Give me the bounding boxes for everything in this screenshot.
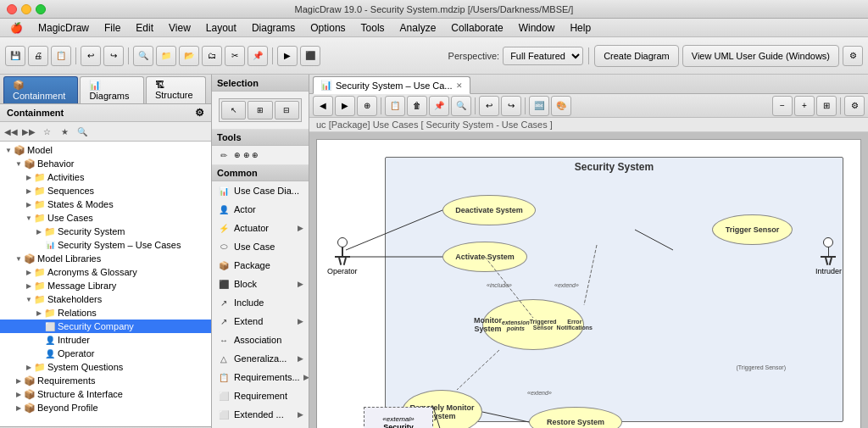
tab-structure[interactable]: 🏗 Structure xyxy=(146,76,206,103)
toolbar-btn-5[interactable]: 📁 xyxy=(156,46,176,66)
perspective-select[interactable]: Full Featured xyxy=(503,47,583,65)
usecase-activate[interactable]: Activate System xyxy=(442,242,527,272)
create-diagram-button[interactable]: Create Diagram xyxy=(594,45,679,67)
tree-item-message-library[interactable]: ▶ 📁 Message Library xyxy=(0,279,211,292)
toolbar-btn-3[interactable]: 📋 xyxy=(51,46,71,66)
tree-item-activities[interactable]: ▶ 📁 Activities xyxy=(0,170,211,184)
menu-tools[interactable]: Tools xyxy=(354,20,392,36)
tools-item-actuator[interactable]: ⚡ Actuator ▶ xyxy=(212,219,309,237)
tools-item-requirement[interactable]: ⬜ Requirement xyxy=(212,386,309,405)
toolbar-btn-8[interactable]: ✂ xyxy=(225,46,245,66)
toolbar-btn-6[interactable]: 📂 xyxy=(179,46,199,66)
diag-tb-btn-5[interactable]: 🗑 xyxy=(407,96,427,116)
tree-item-relations[interactable]: ▶ 📁 Relations xyxy=(0,306,211,320)
menu-analyze[interactable]: Analyze xyxy=(393,20,443,36)
menu-layout[interactable]: Layout xyxy=(199,20,243,36)
panel-toolbar-new[interactable]: ☆ xyxy=(39,124,54,139)
panel-settings-icon[interactable]: ⚙ xyxy=(195,107,204,119)
tree-item-stakeholders[interactable]: ▼ 📁 Stakeholders xyxy=(0,292,211,306)
diag-tb-btn-2[interactable]: ▶ xyxy=(335,96,355,116)
close-button[interactable] xyxy=(7,4,17,14)
panel-toolbar-expand[interactable]: ▶▶ xyxy=(21,124,36,139)
toolbar-btn-10[interactable]: ▶ xyxy=(277,46,298,66)
tools-item-package[interactable]: 📦 Package xyxy=(212,256,309,275)
menu-help[interactable]: Help xyxy=(563,20,598,36)
tools-item-extend[interactable]: ↗ Extend ▶ xyxy=(212,312,309,331)
minimize-button[interactable] xyxy=(21,4,31,14)
view-guide-button[interactable]: View UML User Guide (Windows) xyxy=(682,45,839,67)
toolbar-btn-11[interactable]: ⬛ xyxy=(300,46,320,66)
tree-item-beyond[interactable]: ▶ 📦 Beyond Profile xyxy=(0,401,211,414)
toolbar-right-btn[interactable]: ⚙ xyxy=(843,46,863,66)
usecase-trigger[interactable]: Trigger Sensor xyxy=(712,214,793,245)
tree-item-usecases[interactable]: ▼ 📁 Use Cases xyxy=(0,211,211,225)
tree-item-security-company[interactable]: ⬜ Security Company xyxy=(0,320,211,333)
tree-item-model-libraries[interactable]: ▼ 📦 Model Libraries xyxy=(0,252,211,265)
tools-item-requirements[interactable]: 📋 Requirements... ▶ xyxy=(212,368,309,386)
diagram-tab-close[interactable]: ✕ xyxy=(456,81,463,90)
tools-item-use-case-dia[interactable]: 📊 Use Case Dia... xyxy=(212,181,309,200)
diag-tb-btn-fit[interactable]: ⊞ xyxy=(816,96,837,116)
diag-tb-btn-9[interactable]: ↪ xyxy=(501,96,521,116)
tab-diagrams[interactable]: 📊 Diagrams xyxy=(80,76,144,103)
tools-item-block[interactable]: ⬛ Block ▶ xyxy=(212,275,309,293)
panel-toolbar-search[interactable]: 🔍 xyxy=(75,124,90,139)
select-btn-3[interactable]: ⊟ xyxy=(275,101,299,120)
tools-item-association[interactable]: ↔ Association xyxy=(212,331,309,349)
usecase-deactivate[interactable]: Deactivate System xyxy=(442,195,536,225)
menu-apple[interactable]: 🍎 xyxy=(3,20,30,36)
menu-view[interactable]: View xyxy=(162,20,198,36)
toolbar-btn-1[interactable]: 💾 xyxy=(5,46,25,66)
menu-file[interactable]: File xyxy=(97,20,127,36)
tools-item-generalization[interactable]: △ Generaliza... ▶ xyxy=(212,349,309,368)
menu-collaborate[interactable]: Collaborate xyxy=(444,20,509,36)
tools-item-satisfy[interactable]: → Satisfy xyxy=(212,424,309,428)
toolbar-btn-4[interactable]: 🔍 xyxy=(133,46,153,66)
tree-item-structure[interactable]: ▶ 📦 Structure & Interface xyxy=(0,387,211,401)
select-btn-2[interactable]: ⊞ xyxy=(248,101,272,120)
traffic-lights[interactable] xyxy=(7,4,46,14)
tree-item-intruder[interactable]: 👤 Intruder xyxy=(0,333,211,347)
tree-item-sequences[interactable]: ▶ 📁 Sequences xyxy=(0,184,211,197)
diag-tb-btn-8[interactable]: ↩ xyxy=(479,96,499,116)
tab-containment[interactable]: 📦 Containment xyxy=(3,76,78,103)
diag-tb-btn-11[interactable]: 🎨 xyxy=(551,96,571,116)
toolbar-btn-2[interactable]: 🖨 xyxy=(28,46,48,66)
diag-tb-btn-props[interactable]: ⚙ xyxy=(844,96,865,116)
diag-tb-btn-1[interactable]: ◀ xyxy=(313,96,333,116)
tree-item-requirements[interactable]: ▶ 📦 Requirements xyxy=(0,374,211,387)
tools-item-include[interactable]: ↗ Include xyxy=(212,293,309,312)
menu-diagrams[interactable]: Diagrams xyxy=(245,20,302,36)
diag-tb-btn-zoom-in[interactable]: + xyxy=(794,96,815,116)
diag-tb-btn-3[interactable]: ⊕ xyxy=(357,96,377,116)
tools-item-use-case[interactable]: ⬭ Use Case xyxy=(212,237,309,256)
tree-item-system-questions[interactable]: ▶ 📁 System Questions xyxy=(0,360,211,374)
tools-item-tool1[interactable]: ✏ ⊕ ⊕ ⊕ xyxy=(212,146,309,164)
diag-tb-btn-zoom-out[interactable]: − xyxy=(772,96,793,116)
menu-window[interactable]: Window xyxy=(512,20,562,36)
maximize-button[interactable] xyxy=(36,4,46,14)
tree-item-operator[interactable]: 👤 Operator xyxy=(0,347,211,360)
diagram-tab-security[interactable]: 📊 Security System – Use Ca... ✕ xyxy=(313,76,470,94)
diag-tb-btn-6[interactable]: 📌 xyxy=(429,96,449,116)
tree-item-behavior[interactable]: ▼ 📦 Behavior xyxy=(0,157,211,170)
panel-toolbar-star[interactable]: ★ xyxy=(57,124,72,139)
toolbar-btn-7[interactable]: 🗂 xyxy=(202,46,222,66)
panel-toolbar-collapse[interactable]: ◀◀ xyxy=(3,124,19,139)
toolbar-btn-redo[interactable]: ↪ xyxy=(103,46,124,66)
diag-tb-btn-10[interactable]: 🔤 xyxy=(529,96,549,116)
tree-item-model[interactable]: ▼ 📦 Model xyxy=(0,143,211,157)
toolbar-btn-undo[interactable]: ↩ xyxy=(81,46,101,66)
menu-options[interactable]: Options xyxy=(303,20,352,36)
tree-item-states[interactable]: ▶ 📁 States & Modes xyxy=(0,197,211,211)
tree-item-acronyms[interactable]: ▶ 📁 Acronyms & Glossary xyxy=(0,265,211,279)
diagram-canvas[interactable]: Security System Operator xyxy=(309,132,868,428)
toolbar-btn-9[interactable]: 📌 xyxy=(248,46,268,66)
tree-item-security-system[interactable]: ▶ 📁 Security System xyxy=(0,225,211,238)
tree-item-security-system-uc[interactable]: 📊 Security System – Use Cases xyxy=(0,238,211,252)
tools-item-extended[interactable]: ⬜ Extended ... ▶ xyxy=(212,405,309,424)
usecase-monitor[interactable]: Monitor System extension points Triggere… xyxy=(482,299,584,350)
menu-magicdraw[interactable]: MagicDraw xyxy=(31,20,96,36)
diag-tb-btn-7[interactable]: 🔍 xyxy=(451,96,471,116)
diag-tb-btn-4[interactable]: 📋 xyxy=(385,96,405,116)
